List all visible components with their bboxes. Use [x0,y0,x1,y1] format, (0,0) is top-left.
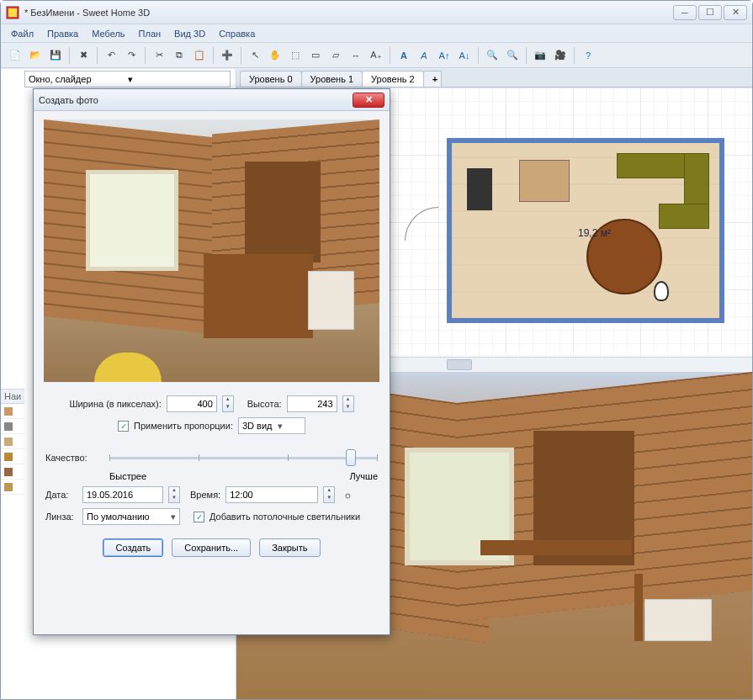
width-spinner[interactable]: ▲▼ [222,395,234,412]
save-button[interactable]: Сохранить... [172,538,251,557]
apply-ratio-label: Применить пропорции: [134,421,233,431]
menu-edit[interactable]: Правка [42,27,83,40]
zoom-in-icon[interactable]: 🔍 [483,46,501,65]
cut-icon[interactable]: ✂ [150,46,168,65]
quality-slider[interactable] [109,449,378,466]
dialog-titlebar[interactable]: Создать фото ✕ [34,89,390,111]
decrease-text-icon[interactable]: A↓ [455,46,474,65]
height-label: Высота: [247,399,282,409]
new-icon[interactable]: 📄 [6,46,24,65]
scrollbar-thumb[interactable] [447,359,472,370]
titlebar[interactable]: * БезИмени - Sweet Home 3D ─ ☐ ✕ [1,1,752,24]
furniture-tv[interactable] [467,168,492,210]
text-italic-icon[interactable]: A [415,46,433,65]
help-icon[interactable]: ? [579,46,597,65]
create-button[interactable]: Создать [103,538,163,557]
select-icon[interactable]: ↖ [246,46,264,65]
quality-best-label: Лучше [349,471,378,481]
list-item[interactable] [1,480,24,495]
ceiling-lights-checkbox[interactable]: ✓ [194,512,204,522]
list-item[interactable] [1,464,24,480]
date-input[interactable] [82,486,163,503]
minimize-button[interactable]: ─ [673,5,697,20]
quality-fast-label: Быстрее [109,471,146,481]
open-icon[interactable]: 📂 [26,46,45,65]
tab-level-2[interactable]: Уровень 2 [362,71,424,87]
catalog-combo-value: Окно, слайдер [29,74,128,84]
menu-plan[interactable]: План [134,27,167,40]
dialog-body: Ширина (в пикселах): ▲▼ Высота: ▲▼ ✓ При… [34,387,390,565]
lens-label: Линза: [45,512,77,522]
redo-icon[interactable]: ↷ [122,46,141,65]
menu-help[interactable]: Справка [214,27,260,40]
menubar: Файл Правка Мебель План Вид 3D Справка [1,24,752,43]
video-icon[interactable]: 🎥 [551,46,570,65]
close-button[interactable]: ✕ [724,5,747,20]
desk-3d [480,540,649,658]
paste-icon[interactable]: 📋 [190,46,209,65]
save-icon[interactable]: 💾 [46,46,65,65]
room-outline[interactable]: 19,2 м² [447,138,724,323]
create-photo-dialog: Создать фото ✕ Ширина (в пикселах): ▲▼ В… [33,88,390,635]
chair-3d [634,574,727,683]
height-input[interactable] [287,395,337,412]
create-dimensions-icon[interactable]: ↔ [347,46,365,65]
dialog-close-button[interactable]: ✕ [353,93,384,108]
photo-icon[interactable]: 📷 [531,46,549,65]
tab-level-0[interactable]: Уровень 0 [240,71,302,87]
menu-view3d[interactable]: Вид 3D [169,27,210,40]
height-spinner[interactable]: ▲▼ [342,395,354,412]
close-button[interactable]: Закрыть [259,538,320,557]
width-label: Ширина (в пикселах): [69,399,161,409]
create-walls-icon[interactable]: ⬚ [286,46,305,65]
menu-file[interactable]: Файл [6,27,39,40]
list-item[interactable] [1,419,24,434]
date-label: Дата: [45,490,77,500]
lens-select[interactable]: По умолчанию▾ [82,508,180,525]
date-spinner[interactable]: ▲▼ [168,486,180,503]
slider-thumb[interactable] [346,449,356,466]
preferences-icon[interactable]: ✖ [74,46,93,65]
dialog-title: Создать фото [39,95,353,105]
camera-icon[interactable] [654,281,669,301]
furniture-sofa[interactable] [617,153,709,229]
time-input[interactable] [225,486,318,503]
catalog-combo[interactable]: Окно, слайдер ▾ [24,71,231,88]
undo-icon[interactable]: ↶ [102,46,120,65]
create-polylines-icon[interactable]: ▱ [326,46,345,65]
door-arc[interactable] [405,207,438,241]
text-bold-icon[interactable]: A [395,46,413,65]
tab-level-1[interactable]: Уровень 1 [301,71,363,87]
maximize-button[interactable]: ☐ [698,5,722,20]
create-rooms-icon[interactable]: ▭ [306,46,325,65]
list-item[interactable] [1,434,24,449]
svg-rect-1 [8,8,17,17]
zoom-out-icon[interactable]: 🔍 [503,46,522,65]
add-furniture-icon[interactable]: ➕ [218,46,236,65]
apply-ratio-checkbox[interactable]: ✓ [118,421,129,432]
increase-text-icon[interactable]: A↑ [435,46,453,65]
ratio-select[interactable]: 3D вид▾ [238,417,305,434]
photo-preview [44,119,379,382]
app-icon [6,6,19,19]
quality-label: Качество: [45,453,104,463]
window-title: * БезИмени - Sweet Home 3D [24,8,673,18]
menu-furniture[interactable]: Мебель [87,27,130,40]
copy-icon[interactable]: ⧉ [170,46,188,65]
time-label: Время: [190,490,220,500]
time-spinner[interactable]: ▲▼ [323,486,335,503]
create-text-icon[interactable]: A₊ [367,46,385,65]
list-header[interactable]: Наи [1,390,24,404]
room-area-label: 19,2 м² [578,227,611,239]
chevron-down-icon: ▾ [128,74,227,85]
width-input[interactable] [167,395,217,412]
level-tabs: Уровень 0 Уровень 1 Уровень 2 + [236,69,752,88]
pan-icon[interactable]: ✋ [266,46,284,65]
ceiling-lights-label: Добавить потолочные светильники [209,512,360,522]
toolbar: 📄 📂 💾 ✖ ↶ ↷ ✂ ⧉ 📋 ➕ ↖ ✋ ⬚ ▭ ▱ ↔ A₊ A A A… [1,43,752,68]
list-item[interactable] [1,449,24,464]
tab-add-level[interactable]: + [423,71,442,87]
furniture-desk[interactable] [519,160,570,202]
sun-icon[interactable]: ☼ [343,490,352,500]
list-item[interactable] [1,404,24,419]
